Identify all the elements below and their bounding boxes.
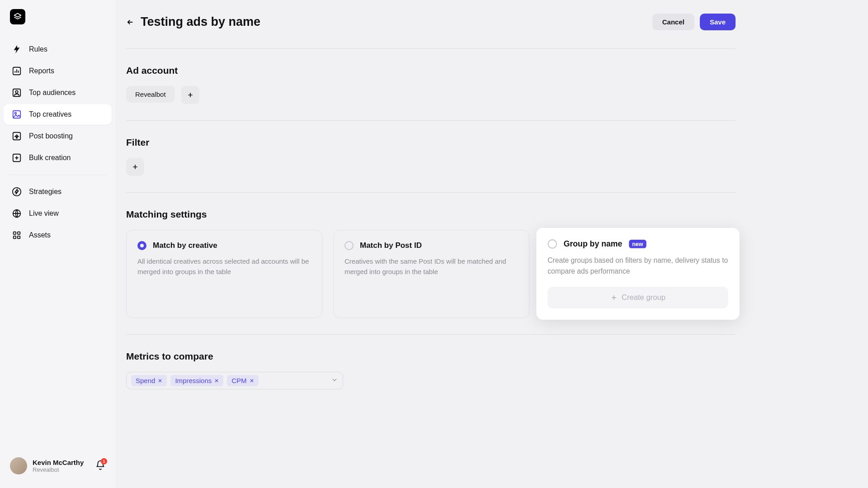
grid-icon (12, 230, 22, 240)
section-filter: Filter (126, 120, 736, 192)
sidebar-item-post-boosting[interactable]: Post boosting (4, 126, 112, 147)
user-area[interactable]: Kevin McCarthy Revealbot 1 (4, 453, 112, 479)
plus-icon (187, 91, 194, 99)
globe-icon (12, 208, 22, 218)
cancel-button[interactable]: Cancel (652, 14, 694, 30)
new-badge: new (629, 240, 646, 248)
sidebar-item-label: Top creatives (29, 110, 71, 118)
main: Testing ads by name Cancel Save Ad accou… (115, 0, 868, 488)
remove-tag-icon[interactable]: ✕ (214, 378, 219, 384)
plus-icon (132, 163, 139, 171)
sidebar-item-label: Strategies (29, 188, 61, 196)
bolt-icon (12, 44, 22, 54)
option-label: Group by name (564, 239, 623, 249)
metrics-select[interactable]: Spend ✕ Impressions ✕ CPM ✕ (126, 372, 343, 389)
avatar (10, 457, 27, 474)
sidebar-item-live-view[interactable]: Live view (4, 203, 112, 224)
matching-option-post-id[interactable]: Match by Post ID Creatives with the same… (333, 230, 529, 318)
sidebar-item-top-audiences[interactable]: Top audiences (4, 82, 112, 103)
section-title: Filter (126, 137, 736, 148)
bolt-circle-icon (12, 187, 22, 197)
sidebar: Rules Reports Top audiences Top creative… (0, 0, 115, 488)
section-title: Ad account (126, 65, 736, 76)
plus-icon (610, 294, 618, 302)
user-name: Kevin McCarthy (33, 459, 90, 466)
radio-match-by-post-id[interactable] (344, 241, 354, 250)
section-matching: Matching settings Match by creative All … (126, 192, 736, 334)
back-button[interactable] (126, 18, 134, 26)
svg-point-2 (15, 90, 18, 93)
option-label: Match by Post ID (360, 241, 422, 250)
matching-option-creative[interactable]: Match by creative All identical creative… (126, 230, 322, 318)
option-desc: All identical creatives across selected … (137, 256, 311, 277)
add-ad-account-button[interactable] (181, 86, 199, 104)
chevron-down-icon (331, 376, 338, 385)
matching-option-group-by-name[interactable]: Group by name new Create groups based on… (536, 228, 739, 320)
metric-tag[interactable]: Spend ✕ (131, 375, 167, 386)
sidebar-item-top-creatives[interactable]: Top creatives (4, 104, 112, 125)
sidebar-item-label: Bulk creation (29, 154, 71, 162)
metric-tag-label: Impressions (175, 377, 212, 384)
user-info: Kevin McCarthy Revealbot (33, 459, 90, 473)
section-ad-account: Ad account Revealbot (126, 48, 736, 120)
section-title: Metrics to compare (126, 351, 736, 362)
sidebar-item-rules[interactable]: Rules (4, 39, 112, 60)
section-title: Matching settings (126, 209, 736, 220)
plus-square-icon (12, 153, 22, 163)
chart-icon (12, 66, 22, 76)
sidebar-item-assets[interactable]: Assets (4, 225, 112, 246)
sidebar-item-label: Post boosting (29, 132, 73, 140)
notification-badge: 1 (101, 458, 107, 464)
create-group-label: Create group (622, 294, 665, 302)
radio-match-by-creative[interactable] (137, 241, 146, 250)
metric-tag-label: CPM (231, 377, 246, 384)
app-logo[interactable] (10, 9, 25, 24)
user-square-icon (12, 88, 22, 98)
svg-rect-12 (18, 236, 20, 239)
svg-rect-11 (14, 236, 16, 239)
option-desc: Creatives with the same Post IDs will be… (344, 256, 518, 277)
user-org: Revealbot (33, 466, 90, 473)
sidebar-item-label: Reports (29, 67, 54, 75)
option-label: Match by creative (153, 241, 217, 250)
sidebar-item-label: Rules (29, 45, 47, 53)
radio-group-by-name[interactable] (547, 239, 557, 249)
metric-tag-label: Spend (136, 377, 155, 384)
arrow-up-square-icon (12, 131, 22, 141)
metric-tag[interactable]: CPM ✕ (227, 375, 258, 386)
sidebar-item-strategies[interactable]: Strategies (4, 181, 112, 202)
header: Testing ads by name Cancel Save (126, 14, 736, 30)
add-filter-button[interactable] (126, 158, 144, 176)
page-title: Testing ads by name (141, 15, 652, 29)
section-metrics: Metrics to compare Spend ✕ Impressions ✕… (126, 334, 736, 406)
logo-icon (13, 12, 22, 21)
sidebar-item-label: Top audiences (29, 89, 75, 97)
svg-rect-9 (14, 232, 16, 235)
metric-tag[interactable]: Impressions ✕ (170, 375, 223, 386)
save-button[interactable]: Save (700, 14, 736, 30)
arrow-left-icon (126, 18, 134, 26)
sidebar-item-reports[interactable]: Reports (4, 61, 112, 81)
option-desc: Create groups based on filters by name, … (547, 255, 728, 276)
remove-tag-icon[interactable]: ✕ (250, 378, 254, 384)
create-group-button[interactable]: Create group (547, 287, 728, 308)
svg-point-4 (14, 112, 16, 114)
sidebar-item-bulk-creation[interactable]: Bulk creation (4, 147, 112, 168)
notifications-button[interactable]: 1 (95, 460, 105, 472)
nav-divider (8, 175, 107, 175)
nav: Rules Reports Top audiences Top creative… (4, 38, 112, 453)
sidebar-item-label: Assets (29, 231, 51, 239)
image-icon (12, 109, 22, 119)
remove-tag-icon[interactable]: ✕ (158, 378, 162, 384)
svg-rect-10 (18, 232, 20, 235)
ad-account-chip[interactable]: Revealbot (126, 86, 175, 103)
sidebar-item-label: Live view (29, 209, 59, 218)
